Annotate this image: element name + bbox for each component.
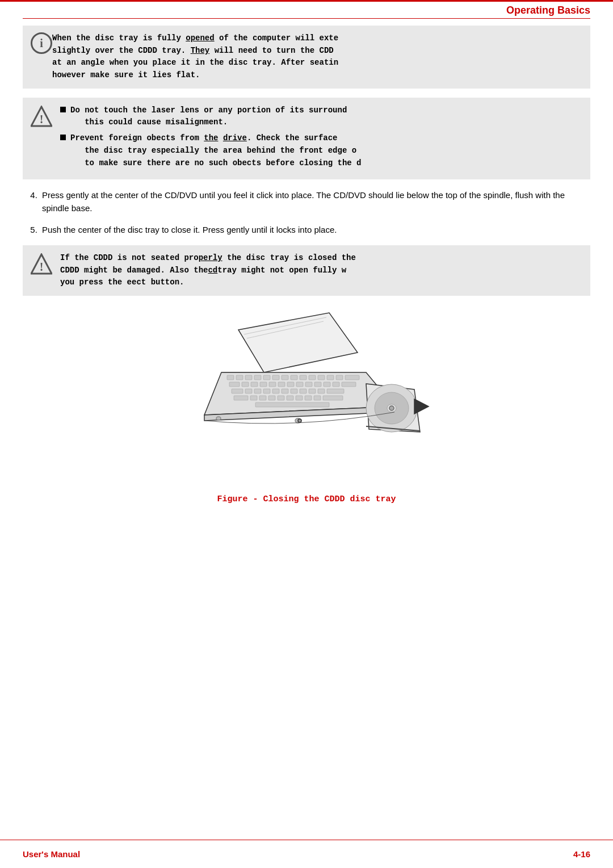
figure-container: Figure - Closing the CDDD disc tray	[23, 307, 590, 504]
svg-rect-33	[333, 382, 339, 387]
svg-marker-4	[238, 313, 358, 372]
svg-rect-37	[254, 389, 261, 393]
svg-rect-22	[229, 382, 240, 387]
step-5-text: Push the center of the disc tray to clos…	[42, 225, 337, 234]
svg-rect-48	[259, 396, 266, 400]
step-4-text: Press gently at the center of the CD/DVD…	[42, 190, 565, 213]
header-title: Operating Basics	[506, 5, 590, 16]
svg-rect-56	[255, 402, 329, 407]
laptop-figure	[170, 307, 443, 489]
warning-text-2: If the CDDD is not seated properly the d…	[60, 252, 356, 289]
page-header: Operating Basics	[506, 5, 590, 16]
svg-rect-35	[232, 389, 243, 393]
svg-rect-10	[245, 375, 252, 380]
svg-rect-12	[263, 375, 270, 380]
svg-text:!: !	[40, 113, 44, 125]
info-icon: i	[31, 32, 52, 54]
svg-rect-34	[342, 382, 356, 387]
svg-rect-50	[278, 396, 284, 400]
svg-point-63	[389, 406, 394, 410]
svg-point-67	[216, 417, 221, 420]
svg-rect-8	[227, 375, 234, 380]
svg-rect-24	[251, 382, 258, 387]
svg-rect-44	[318, 389, 325, 393]
svg-rect-46	[234, 396, 248, 400]
numbered-steps: Press gently at the center of the CD/DVD…	[40, 188, 590, 236]
svg-rect-23	[242, 382, 249, 387]
step-5: Push the center of the disc tray to clos…	[40, 223, 590, 236]
warning-icon-1: !	[31, 106, 52, 127]
svg-rect-28	[287, 382, 294, 387]
svg-rect-32	[324, 382, 330, 387]
svg-rect-18	[318, 375, 325, 380]
svg-rect-51	[287, 396, 293, 400]
bullet-label-1: Do not touch the laser lens or any porti…	[70, 104, 347, 129]
svg-rect-45	[327, 389, 344, 393]
svg-rect-47	[250, 396, 257, 400]
svg-rect-49	[268, 396, 275, 400]
bullet-item-1: Do not touch the laser lens or any porti…	[60, 104, 361, 129]
svg-rect-39	[272, 389, 279, 393]
svg-rect-29	[296, 382, 303, 387]
svg-rect-54	[314, 396, 321, 400]
svg-rect-55	[323, 396, 343, 400]
svg-rect-38	[263, 389, 270, 393]
svg-rect-43	[309, 389, 316, 393]
warning-box-2: ! If the CDDD is not seated properly the…	[23, 245, 590, 296]
warning-icon-2: !	[31, 253, 52, 275]
footer-right: 4-16	[573, 849, 590, 859]
svg-rect-26	[269, 382, 276, 387]
svg-rect-21	[345, 375, 359, 380]
svg-rect-16	[300, 375, 306, 380]
svg-rect-15	[291, 375, 297, 380]
svg-text:!: !	[40, 261, 44, 273]
svg-marker-64	[414, 399, 429, 414]
svg-rect-19	[327, 375, 334, 380]
svg-rect-41	[291, 389, 297, 393]
svg-rect-52	[296, 396, 303, 400]
svg-rect-14	[282, 375, 288, 380]
top-border	[0, 0, 613, 2]
note-box: i When the disc tray is fully opened of …	[23, 26, 590, 89]
svg-rect-30	[305, 382, 312, 387]
warning-text-1: Do not touch the laser lens or any porti…	[60, 104, 361, 173]
svg-rect-25	[260, 382, 267, 387]
bullet-item-2: Prevent foreign obects from the drive. C…	[60, 132, 361, 169]
bullet-square-1	[60, 107, 66, 112]
svg-rect-40	[282, 389, 288, 393]
bullet-label-2: Prevent foreign obects from the drive. C…	[70, 132, 361, 169]
main-content: i When the disc tray is fully opened of …	[23, 26, 590, 834]
figure-caption: Figure - Closing the CDDD disc tray	[217, 494, 396, 504]
svg-rect-9	[236, 375, 243, 380]
svg-rect-11	[254, 375, 261, 380]
svg-rect-42	[300, 389, 306, 393]
step-4: Press gently at the center of the CD/DVD…	[40, 188, 590, 215]
svg-rect-17	[309, 375, 316, 380]
svg-rect-13	[272, 375, 279, 380]
footer-left: User's Manual	[23, 849, 80, 859]
bullet-square-2	[60, 135, 66, 140]
svg-rect-20	[336, 375, 343, 380]
warning-box-1: ! Do not touch the laser lens or any por…	[23, 98, 590, 179]
svg-rect-53	[305, 396, 312, 400]
svg-point-68	[298, 419, 301, 422]
note-text: When the disc tray is fully opened of th…	[52, 32, 338, 82]
header-line	[23, 18, 590, 19]
svg-rect-31	[314, 382, 321, 387]
footer: User's Manual 4-16	[0, 840, 613, 868]
svg-rect-36	[245, 389, 252, 393]
svg-rect-27	[278, 382, 285, 387]
